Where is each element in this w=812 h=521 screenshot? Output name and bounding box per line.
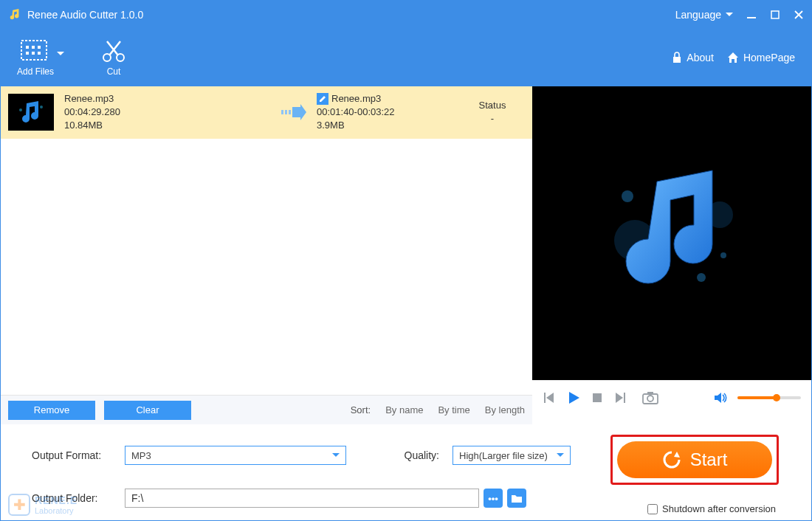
quality-value: High(Larger file size) — [459, 450, 548, 461]
next-button[interactable] — [613, 391, 627, 404]
svg-rect-5 — [38, 46, 41, 49]
svg-point-20 — [697, 273, 706, 282]
output-format-value: MP3 — [131, 450, 151, 461]
output-folder-input[interactable]: F:\ — [125, 489, 479, 508]
scissors-icon — [98, 38, 129, 63]
file-list-empty — [1, 139, 532, 395]
dst-size: 3.9MB — [317, 119, 450, 132]
status-header: Status — [460, 99, 525, 112]
src-duration: 00:04:29.280 — [64, 106, 271, 119]
svg-rect-0 — [747, 17, 756, 18]
file-thumbnail — [8, 94, 54, 131]
svg-rect-15 — [285, 110, 287, 114]
src-size: 10.84MB — [64, 119, 271, 132]
title-bar: Renee Audio Cutter 1.0.0 Language — [1, 1, 811, 29]
browse-button[interactable]: ••• — [484, 489, 503, 508]
action-bar: Remove Clear Sort: By name By time By le… — [1, 395, 532, 424]
homepage-label: HomePage — [743, 52, 795, 63]
shutdown-label: Shutdown after conversion — [662, 503, 776, 514]
svg-rect-24 — [624, 393, 625, 403]
svg-point-12 — [19, 108, 22, 111]
watermark-icon: ✚ — [8, 494, 30, 516]
watermark: ✚ RENE.E Laboratory — [8, 494, 78, 516]
file-row[interactable]: Renee.mp3 00:04:29.280 10.84MB Renee.mp3… — [1, 86, 532, 139]
svg-rect-4 — [32, 46, 35, 49]
svg-rect-2 — [21, 41, 47, 60]
cut-label: Cut — [107, 66, 121, 77]
cut-button[interactable]: Cut — [98, 38, 129, 77]
folder-icon — [511, 493, 523, 503]
prev-button[interactable] — [543, 391, 556, 404]
play-button[interactable] — [566, 390, 581, 405]
add-files-button[interactable]: Add Files — [17, 38, 54, 77]
about-label: About — [687, 52, 714, 63]
preview-panel — [532, 86, 811, 380]
maximize-button[interactable] — [770, 10, 780, 20]
open-folder-button[interactable] — [507, 489, 526, 508]
svg-rect-14 — [281, 110, 283, 114]
start-button[interactable]: Start — [617, 441, 772, 478]
sort-by-time[interactable]: By time — [438, 404, 469, 415]
quality-label: Quality: — [359, 449, 439, 461]
lock-icon — [672, 52, 682, 63]
main-toolbar: Add Files Cut About HomePage — [1, 29, 811, 86]
svg-rect-8 — [38, 52, 41, 55]
homepage-link[interactable]: HomePage — [727, 52, 795, 63]
svg-rect-1 — [771, 11, 779, 18]
home-icon — [727, 52, 739, 63]
volume-icon[interactable] — [714, 392, 727, 404]
minimize-button[interactable] — [746, 10, 757, 20]
svg-rect-16 — [289, 110, 291, 114]
sort-label: Sort: — [351, 404, 371, 415]
sort-by-length[interactable]: By length — [485, 404, 525, 415]
add-files-icon — [20, 38, 51, 63]
language-selector[interactable]: Language — [675, 9, 733, 21]
output-panel: Output Format: MP3 Quality: High(Larger … — [1, 424, 811, 520]
dst-range: 00:01:40-00:03:22 — [317, 106, 450, 119]
svg-point-19 — [622, 190, 633, 202]
arrow-icon — [281, 104, 306, 120]
app-logo-icon — [8, 8, 21, 21]
status-value: - — [460, 112, 525, 125]
svg-rect-3 — [26, 46, 29, 49]
svg-rect-7 — [32, 52, 35, 55]
src-filename: Renee.mp3 — [64, 92, 271, 106]
refresh-icon — [662, 450, 681, 469]
svg-rect-11 — [673, 57, 681, 63]
add-files-label: Add Files — [17, 66, 54, 77]
language-label: Language — [675, 9, 721, 21]
remove-button[interactable]: Remove — [8, 401, 95, 420]
shutdown-checkbox[interactable] — [647, 504, 658, 514]
output-format-label: Output Format: — [32, 449, 111, 461]
svg-point-21 — [720, 252, 726, 258]
start-label: Start — [690, 449, 728, 470]
svg-rect-27 — [647, 392, 653, 395]
svg-point-13 — [40, 106, 43, 108]
sort-by-name[interactable]: By name — [385, 404, 423, 415]
quality-select[interactable]: High(Larger file size) — [453, 446, 571, 465]
svg-point-26 — [647, 396, 653, 401]
stop-button[interactable] — [591, 392, 603, 404]
svg-rect-23 — [593, 393, 602, 402]
chevron-down-icon — [332, 453, 340, 458]
media-controls — [532, 380, 811, 414]
close-button[interactable] — [794, 10, 804, 20]
clear-button[interactable]: Clear — [104, 401, 191, 420]
chevron-down-icon — [557, 453, 564, 458]
output-format-select[interactable]: MP3 — [125, 446, 346, 465]
svg-rect-6 — [26, 52, 29, 55]
chevron-down-icon — [726, 13, 733, 17]
app-title: Renee Audio Cutter 1.0.0 — [27, 9, 143, 21]
snapshot-button[interactable] — [641, 391, 659, 404]
chevron-down-icon — [57, 52, 64, 56]
svg-rect-22 — [544, 393, 546, 403]
edit-icon[interactable] — [317, 93, 328, 105]
music-note-icon — [591, 152, 753, 314]
volume-slider[interactable] — [737, 396, 801, 399]
about-link[interactable]: About — [672, 52, 714, 63]
start-highlight: Start — [610, 435, 779, 485]
dst-filename: Renee.mp3 — [331, 92, 381, 106]
